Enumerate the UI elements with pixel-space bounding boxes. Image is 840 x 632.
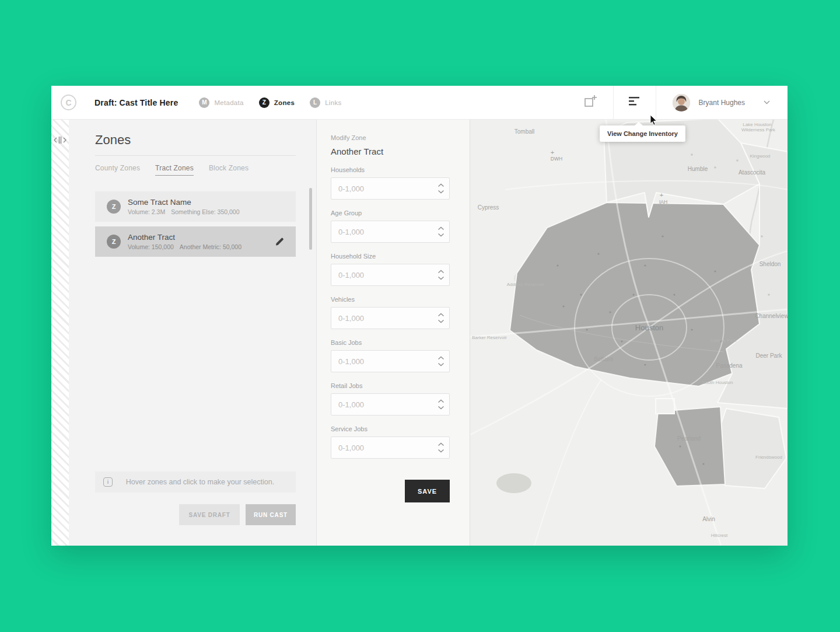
field-households: Households xyxy=(331,166,450,200)
desktop-background: C Draft: Cast Title Here M Metadata Z Zo… xyxy=(0,0,840,632)
view-change-inventory-button[interactable] xyxy=(613,86,656,119)
map-svg xyxy=(470,120,788,546)
stepper-control[interactable] xyxy=(438,313,444,323)
zone-meta: Volume: 2.3M Something Else: 350,000 xyxy=(128,208,296,215)
edit-pencil-icon[interactable] xyxy=(275,238,284,246)
page-title: Zones xyxy=(95,132,296,148)
user-name: Bryant Hughes xyxy=(699,99,745,107)
tooltip: View Change Inventory xyxy=(600,125,685,142)
zone-meta: Volume: 150,000 Another Metric: 50,000 xyxy=(128,243,296,250)
stepper-control[interactable] xyxy=(438,183,444,194)
user-menu[interactable]: Bryant Hughes xyxy=(656,94,788,111)
field-service-jobs: Service Jobs xyxy=(331,425,450,459)
modify-zone-panel: Modify Zone Another Tract Households xyxy=(317,120,470,546)
top-bar: C Draft: Cast Title Here M Metadata Z Zo… xyxy=(51,86,788,120)
app-window: C Draft: Cast Title Here M Metadata Z Zo… xyxy=(51,86,788,546)
collapsed-sidebar-strip[interactable] xyxy=(51,120,69,546)
stepper-control[interactable] xyxy=(438,270,444,280)
field-age-group: Age Group xyxy=(331,209,450,243)
frame-plus-icon xyxy=(584,95,597,110)
age-group-input[interactable] xyxy=(331,221,450,243)
step-links-badge: L xyxy=(310,97,320,108)
lake xyxy=(496,473,531,493)
workflow-stepper: M Metadata Z Zones L Links xyxy=(199,97,341,108)
stepper-control[interactable] xyxy=(438,226,444,237)
service-jobs-input[interactable] xyxy=(331,437,450,459)
step-zones-badge: Z xyxy=(259,97,270,108)
top-bar-actions: Bryant Hughes xyxy=(569,86,788,119)
stepper-control[interactable] xyxy=(438,399,444,410)
step-metadata[interactable]: M Metadata xyxy=(199,97,243,108)
app-logo-icon[interactable]: C xyxy=(61,95,76,110)
step-metadata-badge: M xyxy=(199,97,209,108)
stepper-control[interactable] xyxy=(438,356,444,366)
zone-badge: Z xyxy=(107,200,121,214)
tab-block-zones[interactable]: Block Zones xyxy=(209,164,249,176)
field-basic-jobs: Basic Jobs xyxy=(331,339,450,372)
run-cast-button[interactable]: RUN CAST xyxy=(246,504,296,525)
user-avatar[interactable] xyxy=(673,94,690,111)
zone-name: Some Tract Name xyxy=(128,198,296,207)
selected-zone-name: Another Tract xyxy=(331,146,450,156)
retail-jobs-input[interactable] xyxy=(331,393,450,415)
zone-badge: Z xyxy=(107,235,121,249)
map-canvas[interactable]: Tomball+DWHHumbleAtascocitaLake HoustonW… xyxy=(470,120,788,546)
info-icon: i xyxy=(103,477,113,487)
chevron-down-icon[interactable] xyxy=(764,100,770,104)
zone-name: Another Tract xyxy=(128,233,296,242)
field-household-size: Household Size xyxy=(331,253,450,286)
field-retail-jobs: Retail Jobs xyxy=(331,382,450,415)
step-links[interactable]: L Links xyxy=(310,97,341,108)
step-zones[interactable]: Z Zones xyxy=(259,97,295,108)
list-scrollbar[interactable] xyxy=(309,188,312,250)
document-title: Draft: Cast Title Here xyxy=(94,98,178,107)
vehicles-input[interactable] xyxy=(331,307,450,329)
basic-jobs-input[interactable] xyxy=(331,350,450,372)
zone-type-tabs: County Zones Tract Zones Block Zones xyxy=(95,164,296,176)
panel-eyebrow: Modify Zone xyxy=(331,134,450,141)
change-inventory-icon xyxy=(629,97,640,108)
stepper-control[interactable] xyxy=(438,442,444,453)
save-button[interactable]: SAVE xyxy=(405,480,450,502)
divider xyxy=(95,155,296,156)
field-vehicles: Vehicles xyxy=(331,296,450,329)
household-size-input[interactable] xyxy=(331,264,450,286)
households-input[interactable] xyxy=(331,177,450,200)
draft-actions: SAVE DRAFT RUN CAST xyxy=(179,504,296,525)
window-body: Zones County Zones Tract Zones Block Zon… xyxy=(51,120,788,546)
save-draft-button[interactable]: SAVE DRAFT xyxy=(179,504,240,525)
zone-list-item-selected[interactable]: Z Another Tract Volume: 150,000 Another … xyxy=(95,226,296,257)
tab-tract-zones[interactable]: Tract Zones xyxy=(155,164,194,176)
panel-resize-icon[interactable] xyxy=(54,136,66,146)
new-cast-button[interactable] xyxy=(569,86,613,119)
zone-list: Z Some Tract Name Volume: 2.3M Something… xyxy=(95,191,296,257)
zone-list-item[interactable]: Z Some Tract Name Volume: 2.3M Something… xyxy=(95,191,296,222)
tab-county-zones[interactable]: County Zones xyxy=(95,164,140,176)
zones-panel: Zones County Zones Tract Zones Block Zon… xyxy=(69,120,317,546)
selection-hint: i Hover zones and click to make your sel… xyxy=(95,472,296,493)
zone-hole[interactable] xyxy=(656,399,674,414)
